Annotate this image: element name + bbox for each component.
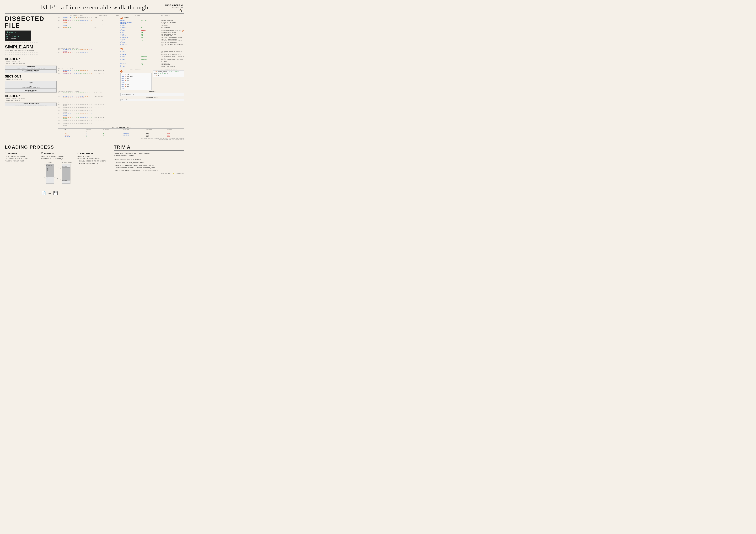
left-column: DISSECTED FILE ~$ uname -m armv7l ~$ ./s…	[5, 15, 57, 140]
elf-header-hex: 00 7F 45 4C 46 01 01 01 00 00 00 00 00 0…	[58, 17, 120, 47]
sht-row-2: 2 .rodata 1 2 0x8000080 0x80 0x0d	[58, 134, 184, 136]
code-section: Offset (Base Address=0x00) 60 05 20 A0 E…	[58, 68, 184, 90]
section-num-3: 3	[121, 70, 123, 73]
sht-row-1-flags: 6	[103, 133, 122, 134]
sht-row-0-flags	[103, 131, 122, 133]
sht-row-3: 3 .shstrtab 3 0x90 0x19	[58, 136, 184, 138]
c-line-2: exit(1);	[154, 75, 183, 77]
sht-row-2-name: .rodata	[63, 134, 86, 136]
trivia-bullet-0: - LINUX, ANDROID, *BSD, SOLARIS, BEOS	[116, 162, 184, 164]
value-e-phoff: 0x40	[141, 32, 160, 34]
trivia-divider	[114, 150, 184, 151]
arm-line-1: mov r2, #1	[122, 74, 150, 76]
loading-step-3: 3 EXECUTION ENTRY IS CALLED SYSCALLS* AR…	[77, 151, 111, 165]
elf-header-section-num: 1 e_ident	[121, 17, 184, 19]
sht-row-0-name	[63, 131, 86, 133]
version-text: VERSION 10A	[161, 173, 170, 174]
arm-section-num: 3	[121, 70, 151, 73]
sht-row-3-type: 3	[86, 136, 103, 138]
sht-hex-1: 10 00 00 00 00 00 00 00 00 00 00 00 00 0…	[58, 107, 184, 110]
sht-row-2-offset: 0x80	[146, 134, 167, 136]
ph-fields: 2 p_type 1 THE SEGMENT SHOULD BE LOADED …	[121, 48, 184, 67]
svg-text:p_offset: p_offset	[44, 164, 48, 165]
field-ei-mag: EI_MAG	[121, 20, 140, 21]
arm-assembly-box: ARM ASSEMBLY 3 mov r2, #1 add r1, pc, #2…	[121, 68, 151, 90]
hex-row-2: 20 00 00 00 00 00 00 00 00 34 20 00 01 2…	[58, 23, 120, 27]
author-info: ANGE ALBERTINI CORKAMI.COM 🐧	[165, 4, 183, 12]
trivia-section: TRIVIA THE ELF WAS FIRST SPECIFIED BY U.…	[114, 144, 184, 195]
sht-col-num: #	[58, 129, 63, 131]
value-e-machine: 28	[141, 26, 160, 28]
trivia-bullet-2: - VARIOUS OSES MADE BY SAMSUNG, ERICSSON…	[116, 167, 184, 169]
section-header-table-block: SECTION HEADER TABLE LINKING/CONNECTING …	[5, 103, 57, 106]
sht-row-3-size: 0x19	[167, 136, 184, 138]
explain-p-paddr: PHYSICAL ADDRESS WHERE IT SHOULD BE LOAD…	[161, 59, 184, 62]
step-3-content: ENTRY IS CALLED SYSCALLS* ARE ACCESSED V…	[77, 156, 111, 165]
explain-ei-class: 32 BITS, LITTLE-ENDIAN	[161, 21, 184, 23]
value-p-type: 1	[141, 51, 160, 54]
explain-e-shentsize: SIZE OF A SINGLE SECTION HEADER	[161, 40, 184, 42]
explain-e-entry: ADDRESS WHERE EXECUTION STARTS 3	[161, 30, 184, 32]
field-e-entry: e_entry	[121, 30, 140, 32]
svg-rect-7	[62, 167, 70, 180]
arm-line-5: svc 0	[122, 81, 150, 83]
hex-decoration-3: 0000000000000000 3420000128000000	[5, 54, 57, 55]
sht-row-2-num: 2	[58, 134, 63, 136]
ascii-col-header: ASCII DUMP	[96, 15, 109, 17]
explain-e-machine: ARM PROCESSOR	[161, 26, 184, 28]
sections-names-block: SECTIONS NAMES .shstrtab .text	[5, 89, 57, 92]
explain-p-flags: READABLE AND EXECUTABLE	[161, 66, 184, 67]
value-p-offset: 0	[141, 54, 160, 56]
svg-text:Virtual Address: Virtual Address	[62, 162, 72, 163]
step-1-title: 1 HEADER	[5, 151, 38, 155]
sht-row-3-num: 3	[58, 136, 63, 138]
section-sections-name: SECTIONS	[5, 75, 24, 78]
explain-e-shnum: COUNT OF SECTION HEADERS	[161, 42, 184, 44]
field-p-vaddr: p_vaddr	[121, 56, 140, 59]
section-num-2: 2	[121, 48, 123, 50]
terminal-line-4: Hello World!	[6, 38, 29, 40]
title-divider	[5, 13, 184, 14]
program-header-table-block: PROGRAM HEADER TABLE EXECUTION INFORMATI…	[5, 69, 57, 73]
field-e-shoff: e_shoff	[121, 34, 140, 35]
step-2-title: 2 MAPPING	[41, 151, 74, 155]
trivia-intro: THE ELF IS USED, AMONG OTHERS, IN:	[114, 158, 142, 160]
explain-p-filesz: SIZE ON FILE	[161, 62, 184, 64]
sht-col-flags: FLAGS====	[103, 129, 122, 131]
value-e-shentsize: 0x28	[141, 40, 160, 42]
date-text: 2013/12/06	[176, 173, 184, 174]
sht-hex-3: 30 06 00 00 00 01 00 00 00 02 00 00 00 0…	[58, 114, 184, 116]
sht-col-offset: OFFSET====	[146, 129, 167, 131]
sht-row-2-flags: 2	[103, 134, 122, 136]
value-p-memsz: 0x90	[141, 64, 160, 66]
explain-ei-mag: CONSTANT SIGNATURE	[161, 20, 184, 21]
trivia-line-1: THE ELF WAS FIRST SPECIFIED BY U.S.L.* A…	[114, 152, 151, 154]
section-header-1-desc: TECHNICAL DETAILS FORIDENTIFICATION AND …	[6, 61, 25, 64]
svg-text:0x8000000: 0x8000000	[62, 166, 68, 167]
explain-e-shstrndx: INDEX OF THE NAMES SECTION IN THE TABLE	[161, 44, 184, 47]
loading-process: LOADING PROCESS 1 HEADER THE ELF HEADER …	[5, 144, 111, 195]
value-e-version: 1	[141, 28, 160, 30]
sht-row-3-flags	[103, 136, 122, 138]
explain-p-type: THE SEGMENT SHOULD BE LOADED IN MEMORY	[161, 51, 184, 54]
hex-row-0: 00 7F 45 4C 46 01 01 01 00 00 00 00 00 0…	[58, 17, 120, 20]
elf-structure: ELF HEADER IDENTIFY AS WHAT TYPE / POINT…	[5, 65, 57, 73]
page-title: ELF101 a Linux executable walk-through	[5, 3, 184, 11]
loading-title: LOADING PROCESS	[5, 144, 111, 150]
sht-hex-4: 40 11 00 00 00 01 00 00 00 02 00 00 00 0…	[58, 116, 184, 120]
sht-row-1-name: .text	[63, 133, 86, 134]
c-code: write(STDOUT_FILENO, "hello world\n", le…	[153, 70, 184, 78]
value-p-paddr: 0x8000000	[141, 59, 160, 62]
svg-text:Offset: Offset	[48, 162, 52, 163]
right-column: HEXADECIMAL DUMP ASCII DUMP FIELDS VALUE…	[58, 15, 184, 140]
sht-row-1-num: 1	[58, 133, 63, 134]
strings-fields: STRINGS 'hello world\n', 8 SECTION NAMES…	[121, 91, 184, 102]
ph-section-num: 2	[121, 48, 184, 50]
sections-structure: CODE // ... DATA INFORMATION USED BY THE…	[5, 81, 57, 92]
explain-e-shoff: SECTION HEADERS OFFSET	[161, 34, 184, 35]
field-e-version: e_version	[121, 28, 140, 30]
loading-step-1: 1 HEADER THE ELF HEADER IS PARSED THE PR…	[5, 151, 38, 163]
field-e-shstrndx: e_shstrndx	[121, 44, 140, 47]
section-header-2-name: HEADER2/2	[5, 94, 25, 98]
explain-e-version: ALWAYS 1	[161, 28, 184, 30]
